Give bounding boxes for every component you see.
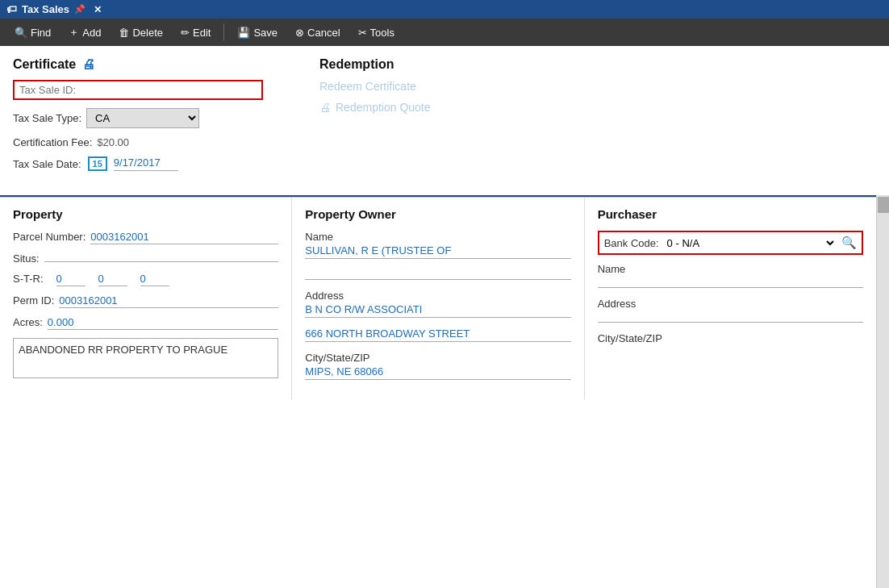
redemption-quote-text: Redemption Quote <box>336 101 431 114</box>
certificate-title: Certificate 🖨 <box>13 57 287 72</box>
owner-city-value: MIPS, NE 68066 <box>305 365 570 380</box>
property-owner-column: Property Owner Name SULLIVAN, R E (TRUST… <box>292 198 584 399</box>
delete-button[interactable]: 🗑 Delete <box>111 23 171 42</box>
cert-fee-label: Certification Fee: <box>13 136 92 148</box>
parcel-number-value: 0003162001 <box>90 231 278 244</box>
property-owner-title: Property Owner <box>305 207 570 221</box>
bank-code-label: Bank Code: <box>604 237 659 249</box>
tax-sale-date-value: 9/17/2017 <box>114 156 178 171</box>
tax-sale-type-row: Tax Sale Type: CA <box>13 108 287 128</box>
find-icon: 🔍 <box>15 27 27 39</box>
s-value: 0 <box>56 273 86 286</box>
purchaser-address-group: Address <box>598 298 863 323</box>
bottom-area: Property Parcel Number: 0003162001 Situs… <box>0 195 889 588</box>
purchaser-city-label: City/State/ZIP <box>598 332 863 344</box>
tax-sale-type-label: Tax Sale Type: <box>13 112 81 124</box>
acres-value: 0.000 <box>48 316 278 330</box>
owner-address-line1: B N CO R/W ASSOCIATI <box>305 303 570 318</box>
perm-id-row: Perm ID: 0003162001 <box>13 294 278 308</box>
tax-sale-id-row <box>13 80 287 100</box>
close-button[interactable]: ✕ <box>94 4 102 15</box>
toolbar-separator-1 <box>223 23 224 41</box>
owner-address-group: Address B N CO R/W ASSOCIATI 666 NORTH B… <box>305 290 570 342</box>
edit-button[interactable]: ✏ Edit <box>173 23 219 42</box>
add-button[interactable]: ＋ Add <box>61 22 109 43</box>
purchaser-column: Purchaser Bank Code: 0 - N/A 🔍 Name <box>585 198 876 399</box>
owner-name-label: Name <box>305 231 570 243</box>
save-button[interactable]: 💾 Save <box>229 23 286 42</box>
str-row: S-T-R: 0 0 0 <box>13 273 278 286</box>
parcel-number-label: Parcel Number: <box>13 231 86 243</box>
r-value: 0 <box>140 273 169 286</box>
cert-fee-row: Certification Fee: $20.00 <box>13 136 287 148</box>
owner-address-line2: 666 NORTH BROADWAY STREET <box>305 327 570 342</box>
acres-label: Acres: <box>13 316 43 328</box>
property-title: Property <box>13 207 278 221</box>
perm-id-value: 0003162001 <box>59 294 278 308</box>
tax-sale-type-select[interactable]: CA <box>86 108 199 128</box>
owner-address-label: Address <box>305 290 570 302</box>
owner-city-label: City/State/ZIP <box>305 352 570 364</box>
cert-fee-value: $20.00 <box>97 136 129 148</box>
calendar-icon[interactable]: 15 <box>88 156 107 171</box>
purchaser-title: Purchaser <box>598 207 863 221</box>
property-description: ABANDONED RR PROPERTY TO PRAGUE <box>13 338 278 378</box>
find-button[interactable]: 🔍 Find <box>6 23 59 42</box>
toolbar: 🔍 Find ＋ Add 🗑 Delete ✏ Edit 💾 Save ⊗ Ca… <box>0 19 889 46</box>
print-quote-icon: 🖨 <box>319 101 331 114</box>
main-content: Certificate 🖨 Tax Sale Type: CA Certific <box>0 46 889 195</box>
situs-value <box>44 261 279 262</box>
cancel-icon: ⊗ <box>295 27 304 39</box>
vertical-scrollbar[interactable] <box>876 195 889 588</box>
owner-name-group: Name SULLIVAN, R E (TRUSTEE OF <box>305 231 570 280</box>
pin-icon: 📌 <box>74 4 86 15</box>
tools-icon: ✂ <box>358 27 367 39</box>
bank-code-row: Bank Code: 0 - N/A 🔍 <box>598 231 863 255</box>
owner-city-group: City/State/ZIP MIPS, NE 68066 <box>305 352 570 380</box>
owner-name-value2 <box>305 269 570 280</box>
delete-icon: 🗑 <box>119 27 129 39</box>
print-icon[interactable]: 🖨 <box>82 57 95 72</box>
purchaser-address-value <box>598 311 863 323</box>
situs-label: Situs: <box>13 252 40 265</box>
s-item: 0 <box>56 273 86 286</box>
cancel-button[interactable]: ⊗ Cancel <box>287 23 348 42</box>
tax-sale-date-label: Tax Sale Date: <box>13 158 81 170</box>
edit-icon: ✏ <box>181 27 190 39</box>
bottom-section: Property Parcel Number: 0003162001 Situs… <box>0 197 876 399</box>
redeem-certificate-link[interactable]: Redeem Certificate <box>319 80 876 93</box>
property-column: Property Parcel Number: 0003162001 Situs… <box>0 198 292 399</box>
add-icon: ＋ <box>69 25 79 40</box>
redemption-section: Redemption Redeem Certificate 🖨 Redempti… <box>319 57 876 179</box>
title-bar: 🏷 Tax Sales 📌 ✕ <box>0 0 889 19</box>
redemption-title: Redemption <box>319 57 876 72</box>
perm-id-label: Perm ID: <box>13 294 54 307</box>
tax-sale-id-input[interactable] <box>13 80 263 100</box>
purchaser-address-label: Address <box>598 298 863 310</box>
str-label: S-T-R: <box>13 273 44 285</box>
purchaser-name-value <box>598 277 863 288</box>
tools-button[interactable]: ✂ Tools <box>350 23 403 42</box>
scrollbar-thumb[interactable] <box>878 197 889 213</box>
tax-sale-date-row: Tax Sale Date: 15 9/17/2017 <box>13 156 287 171</box>
parcel-number-row: Parcel Number: 0003162001 <box>13 231 278 244</box>
bottom-main: Property Parcel Number: 0003162001 Situs… <box>0 195 876 588</box>
certificate-section: Certificate 🖨 Tax Sale Type: CA Certific <box>13 57 287 179</box>
save-icon: 💾 <box>237 27 250 39</box>
purchaser-name-label: Name <box>598 263 863 275</box>
acres-row: Acres: 0.000 <box>13 316 278 330</box>
redemption-quote-link[interactable]: 🖨 Redemption Quote <box>319 101 876 114</box>
window-title: Tax Sales <box>22 3 69 15</box>
top-section: Certificate 🖨 Tax Sale Type: CA Certific <box>13 57 876 187</box>
bank-code-select[interactable]: 0 - N/A <box>664 236 837 250</box>
r-item: 0 <box>140 273 169 286</box>
owner-name-value: SULLIVAN, R E (TRUSTEE OF <box>305 244 570 259</box>
app-icon: 🏷 <box>6 3 17 15</box>
bank-code-search-icon[interactable]: 🔍 <box>841 236 857 250</box>
redeem-cert-text: Redeem Certificate <box>319 80 416 93</box>
t-item: 0 <box>98 273 127 286</box>
t-value: 0 <box>98 273 127 286</box>
purchaser-name-group: Name <box>598 263 863 288</box>
purchaser-city-group: City/State/ZIP <box>598 332 863 344</box>
situs-row: Situs: <box>13 252 278 265</box>
